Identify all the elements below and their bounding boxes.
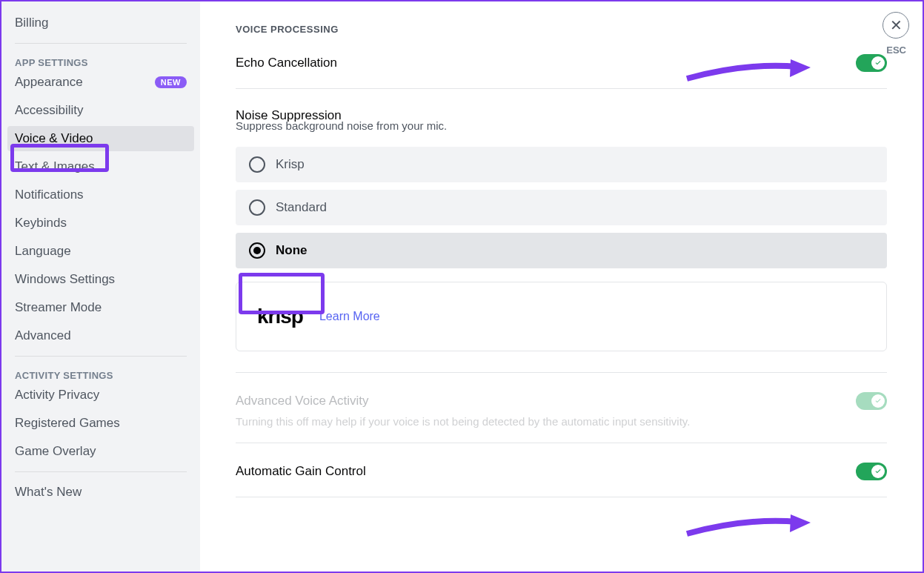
sidebar-item-label: Game Overlay xyxy=(15,444,96,459)
new-badge: NEW xyxy=(155,76,187,88)
sidebar-category-app: APP SETTINGS xyxy=(7,51,194,70)
sidebar-item-accessibility[interactable]: Accessibility xyxy=(7,98,194,123)
sidebar-item-streamer-mode[interactable]: Streamer Mode xyxy=(7,295,194,320)
sidebar-item-label: Text & Images xyxy=(15,159,95,174)
main-content: VOICE PROCESSING Echo Cancellation Noise… xyxy=(200,1,923,572)
sidebar-item-game-overlay[interactable]: Game Overlay xyxy=(7,439,194,464)
section-header-voice-processing: VOICE PROCESSING xyxy=(236,24,887,35)
check-icon xyxy=(874,468,882,475)
sidebar-item-label: Notifications xyxy=(15,188,84,202)
sidebar-item-appearance[interactable]: Appearance NEW xyxy=(7,70,194,95)
sidebar-item-label: Voice & Video xyxy=(15,131,93,146)
setting-title: Echo Cancellation xyxy=(236,56,337,70)
setting-title: Advanced Voice Activity xyxy=(236,394,369,408)
sidebar-item-notifications[interactable]: Notifications xyxy=(7,182,194,208)
sidebar-divider xyxy=(15,471,187,472)
sidebar-item-whats-new[interactable]: What's New xyxy=(7,480,194,505)
check-icon xyxy=(874,397,882,405)
radio-dot xyxy=(253,247,261,254)
toggle-knob xyxy=(871,465,885,478)
toggle-automatic-gain-control[interactable] xyxy=(856,463,887,480)
check-icon xyxy=(874,59,882,67)
sidebar-item-label: Billing xyxy=(15,16,48,30)
sidebar-item-label: Streamer Mode xyxy=(15,300,102,315)
sidebar-item-label: What's New xyxy=(15,485,82,500)
radio-circle xyxy=(249,156,265,173)
sidebar-item-registered-games[interactable]: Registered Games xyxy=(7,411,194,436)
sidebar-item-advanced[interactable]: Advanced xyxy=(7,323,194,348)
toggle-knob xyxy=(871,394,885,408)
krisp-logo: krısp xyxy=(257,305,303,328)
sidebar-item-language[interactable]: Language xyxy=(7,239,194,264)
learn-more-link[interactable]: Learn More xyxy=(319,310,380,323)
divider xyxy=(236,497,887,497)
radio-label: None xyxy=(276,243,308,258)
sidebar-item-text-images[interactable]: Text & Images xyxy=(7,154,194,179)
noise-suppression-radio-group: Krisp Standard None xyxy=(236,147,887,268)
radio-option-none[interactable]: None xyxy=(236,233,887,268)
divider xyxy=(236,88,887,89)
sidebar-item-label: Accessibility xyxy=(15,103,84,118)
toggle-echo-cancellation[interactable] xyxy=(856,54,887,72)
sidebar: Billing APP SETTINGS Appearance NEW Acce… xyxy=(1,1,200,572)
sidebar-item-activity-privacy[interactable]: Activity Privacy xyxy=(7,382,194,408)
sidebar-item-keybinds[interactable]: Keybinds xyxy=(7,211,194,236)
sidebar-divider xyxy=(15,356,187,357)
radio-circle xyxy=(249,199,265,216)
setting-desc: Suppress background noise from your mic. xyxy=(236,119,887,132)
sidebar-item-label: Windows Settings xyxy=(15,272,115,287)
radio-label: Standard xyxy=(276,200,327,215)
close-button[interactable]: ✕ xyxy=(883,12,909,39)
sidebar-divider xyxy=(15,43,187,44)
sidebar-item-label: Appearance xyxy=(15,75,83,90)
radio-label: Krisp xyxy=(276,157,305,172)
krisp-promo-box: krısp Learn More xyxy=(236,282,887,351)
sidebar-item-label: Language xyxy=(15,244,71,259)
toggle-advanced-voice-activity[interactable] xyxy=(856,392,887,410)
close-icon: ✕ xyxy=(890,16,903,34)
esc-label: ESC xyxy=(886,44,906,56)
sidebar-item-voice-video[interactable]: Voice & Video xyxy=(7,126,194,151)
setting-desc: Turning this off may help if your voice … xyxy=(236,415,887,428)
sidebar-item-label: Activity Privacy xyxy=(15,388,99,403)
divider xyxy=(236,443,887,443)
toggle-knob xyxy=(871,56,885,70)
divider xyxy=(236,372,887,373)
sidebar-item-label: Advanced xyxy=(15,328,71,343)
setting-echo-cancellation: Echo Cancellation xyxy=(236,54,887,88)
sidebar-item-billing[interactable]: Billing xyxy=(7,10,194,36)
sidebar-item-label: Keybinds xyxy=(15,216,67,231)
sidebar-item-label: Registered Games xyxy=(15,416,120,431)
setting-title: Automatic Gain Control xyxy=(236,464,366,479)
radio-option-standard[interactable]: Standard xyxy=(236,190,887,225)
radio-circle xyxy=(249,242,265,259)
sidebar-category-activity: ACTIVITY SETTINGS xyxy=(7,364,194,382)
sidebar-item-windows-settings[interactable]: Windows Settings xyxy=(7,267,194,292)
setting-automatic-gain-control: Automatic Gain Control xyxy=(236,463,887,497)
radio-option-krisp[interactable]: Krisp xyxy=(236,147,887,182)
